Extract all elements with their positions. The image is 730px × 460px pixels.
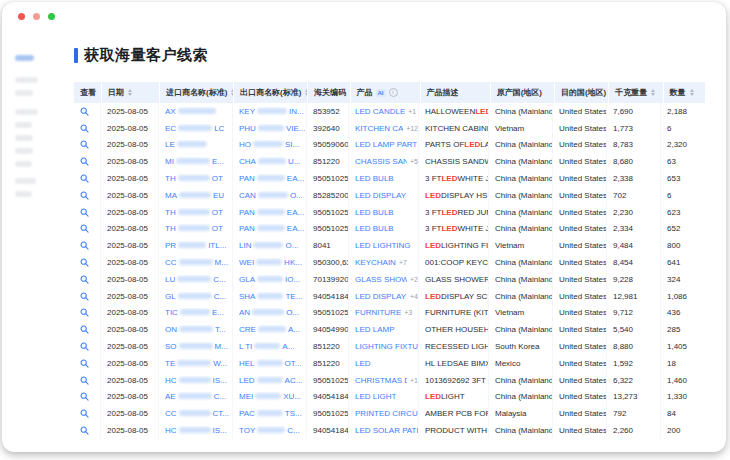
sort-icon[interactable] bbox=[231, 89, 233, 96]
search-icon[interactable] bbox=[74, 305, 101, 322]
product-link[interactable]: LED LAMP bbox=[355, 325, 395, 334]
search-icon[interactable] bbox=[74, 355, 101, 372]
sidebar-item-4[interactable] bbox=[15, 122, 32, 128]
search-icon[interactable] bbox=[74, 120, 101, 137]
exporter-link[interactable]: CREA... bbox=[233, 321, 307, 338]
product-link[interactable]: LIGHTING FIXTURE bbox=[355, 342, 418, 351]
importer-link[interactable]: HCIS... bbox=[159, 422, 233, 439]
search-icon[interactable] bbox=[74, 137, 101, 154]
sidebar-item-3[interactable] bbox=[15, 109, 38, 115]
sort-icon[interactable] bbox=[305, 89, 307, 96]
sidebar-item-5[interactable] bbox=[15, 135, 33, 141]
product-link[interactable]: LED BULB bbox=[355, 174, 394, 183]
product-link[interactable]: LED DISPLAY bbox=[355, 191, 406, 200]
importer-link[interactable]: AEC... bbox=[159, 389, 233, 406]
search-icon[interactable] bbox=[74, 372, 101, 389]
exporter-link[interactable]: LINO... bbox=[233, 237, 307, 254]
exporter-link[interactable]: HOSI... bbox=[233, 137, 307, 154]
product-link[interactable]: LED LIGHT bbox=[355, 392, 396, 401]
search-icon[interactable] bbox=[74, 221, 101, 238]
search-icon[interactable] bbox=[74, 103, 101, 120]
sidebar-item-2[interactable] bbox=[15, 90, 33, 96]
exporter-link[interactable]: GLAIO... bbox=[233, 271, 307, 288]
importer-link[interactable]: CCCT... bbox=[159, 405, 233, 422]
importer-link[interactable]: AX bbox=[159, 103, 233, 120]
exporter-link[interactable]: PANEA... bbox=[233, 221, 307, 238]
search-icon[interactable] bbox=[74, 187, 101, 204]
exporter-link[interactable]: ANO... bbox=[233, 305, 307, 322]
search-icon[interactable] bbox=[74, 237, 101, 254]
exporter-link[interactable]: CHAU... bbox=[233, 153, 307, 170]
search-icon[interactable] bbox=[74, 422, 101, 439]
importer-link[interactable]: LE bbox=[159, 137, 233, 154]
importer-link[interactable]: ECLC bbox=[159, 120, 233, 137]
column-header-10[interactable]: 数量 bbox=[664, 82, 705, 103]
product-link[interactable]: CHASSIS SAND bbox=[355, 157, 407, 166]
exporter-link[interactable]: SHATE... bbox=[233, 288, 307, 305]
search-icon[interactable] bbox=[74, 389, 101, 406]
window-minimize-button[interactable] bbox=[33, 13, 40, 20]
product-link[interactable]: GLASS SHOWE bbox=[355, 275, 407, 284]
exporter-link[interactable]: CANO... bbox=[233, 187, 307, 204]
info-icon[interactable]: i bbox=[389, 88, 398, 97]
search-icon[interactable] bbox=[74, 254, 101, 271]
importer-link[interactable]: ONT... bbox=[159, 321, 233, 338]
search-icon[interactable] bbox=[74, 153, 101, 170]
importer-link[interactable]: HCIS... bbox=[159, 372, 233, 389]
product-link[interactable]: LED bbox=[355, 359, 371, 368]
product-link[interactable]: FURNITURE bbox=[355, 308, 401, 317]
sort-icon[interactable] bbox=[128, 89, 132, 96]
importer-link[interactable]: THOT bbox=[159, 221, 233, 238]
importer-link[interactable]: SOM... bbox=[159, 338, 233, 355]
column-header-3[interactable]: 出口商名称(标准) bbox=[234, 82, 307, 103]
sidebar-item-7[interactable] bbox=[15, 161, 32, 167]
product-link[interactable]: PRINTED CIRCUIT B bbox=[355, 409, 418, 418]
exporter-link[interactable]: KEYIN... bbox=[233, 103, 307, 120]
product-link[interactable]: CHRISTMAS DE bbox=[355, 376, 407, 385]
search-icon[interactable] bbox=[74, 271, 101, 288]
search-icon[interactable] bbox=[74, 170, 101, 187]
exporter-link[interactable]: PANEA... bbox=[233, 204, 307, 221]
product-link[interactable]: LED DISPLAY S bbox=[355, 292, 407, 301]
search-icon[interactable] bbox=[74, 321, 101, 338]
product-link[interactable]: KITCHEN CAB bbox=[355, 124, 403, 133]
column-header-9[interactable]: 千克重量 bbox=[609, 82, 662, 103]
importer-link[interactable]: LUC... bbox=[159, 271, 233, 288]
importer-link[interactable]: TICE... bbox=[159, 305, 233, 322]
sidebar-item-6[interactable] bbox=[15, 148, 33, 154]
search-icon[interactable] bbox=[74, 204, 101, 221]
sidebar-item-8[interactable] bbox=[15, 178, 36, 184]
importer-link[interactable]: THOT bbox=[159, 204, 233, 221]
exporter-link[interactable]: PANEA... bbox=[233, 170, 307, 187]
exporter-link[interactable]: L TIA... bbox=[233, 338, 307, 355]
product-link[interactable]: KEYCHAIN bbox=[355, 258, 396, 267]
exporter-link[interactable]: WEIHK... bbox=[233, 254, 307, 271]
sidebar-item-1[interactable] bbox=[15, 77, 38, 83]
exporter-link[interactable]: TOYC... bbox=[233, 422, 307, 439]
product-link[interactable]: LED CANDLE bbox=[355, 107, 405, 116]
column-header-1[interactable]: 日期 bbox=[102, 82, 159, 103]
importer-link[interactable]: CCM... bbox=[159, 254, 233, 271]
exporter-link[interactable]: HELOT... bbox=[233, 355, 307, 372]
product-link[interactable]: LED LIGHTING bbox=[355, 241, 411, 250]
exporter-link[interactable]: LEDAC... bbox=[233, 372, 307, 389]
sort-icon[interactable] bbox=[651, 89, 655, 96]
sidebar-item-0[interactable] bbox=[15, 55, 34, 61]
window-zoom-button[interactable] bbox=[48, 13, 55, 20]
exporter-link[interactable]: MEIXU... bbox=[233, 389, 307, 406]
sort-icon[interactable] bbox=[690, 89, 694, 96]
search-icon[interactable] bbox=[74, 288, 101, 305]
importer-link[interactable]: MIE... bbox=[159, 153, 233, 170]
importer-link[interactable]: TEW... bbox=[159, 355, 233, 372]
search-icon[interactable] bbox=[74, 338, 101, 355]
product-link[interactable]: LED BULB bbox=[355, 224, 394, 233]
importer-link[interactable]: MAEU bbox=[159, 187, 233, 204]
column-header-2[interactable]: 进口商名称(标准) bbox=[160, 82, 233, 103]
search-icon[interactable] bbox=[74, 405, 101, 422]
product-link[interactable]: LED LAMP PART bbox=[355, 140, 417, 149]
product-link[interactable]: LED BULB bbox=[355, 208, 394, 217]
sidebar-item-9[interactable] bbox=[15, 191, 32, 197]
importer-link[interactable]: GLC... bbox=[159, 288, 233, 305]
window-close-button[interactable] bbox=[18, 13, 25, 20]
exporter-link[interactable]: PACTS... bbox=[233, 405, 307, 422]
